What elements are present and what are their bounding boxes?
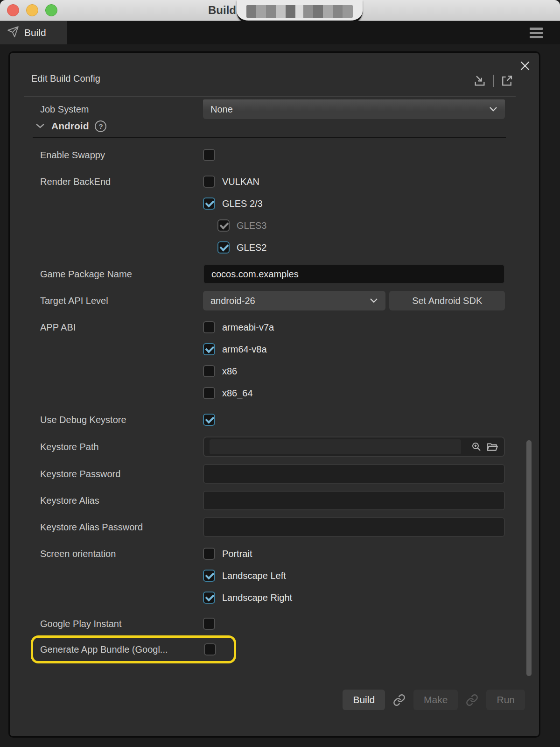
google-play-instant-label: Google Play Instant bbox=[40, 619, 203, 629]
option-arm64-v8a: arm64-v8a bbox=[203, 343, 267, 355]
row-render-backend: Render BackEnd VULKAN GLES 2/3 GLES3 bbox=[40, 176, 513, 254]
keystore-path-field bbox=[203, 437, 505, 457]
android-section-title: Android bbox=[51, 120, 89, 132]
checkbox-gles23[interactable] bbox=[203, 197, 215, 210]
render-backend-label: Render BackEnd bbox=[40, 176, 203, 188]
option-landscape-left: Landscape Left bbox=[203, 570, 286, 582]
keystore-alias-password-input[interactable] bbox=[203, 517, 505, 537]
checkbox-landscape-left[interactable] bbox=[203, 570, 215, 582]
build-button[interactable]: Build bbox=[343, 690, 385, 710]
dialog-footer: Build Make Run bbox=[343, 690, 525, 710]
keystore-alias-label: Keystore Alias bbox=[40, 495, 203, 506]
make-button[interactable]: Make bbox=[413, 690, 458, 710]
option-gles3: GLES3 bbox=[217, 219, 266, 232]
search-icon[interactable] bbox=[471, 441, 482, 452]
zoom-window-button[interactable] bbox=[45, 4, 57, 16]
option-vulkan: VULKAN bbox=[203, 176, 259, 188]
android-section-header: Android ? bbox=[35, 119, 513, 133]
checkbox-generate-app-bundle[interactable] bbox=[204, 643, 216, 655]
option-gles2: GLES2 bbox=[217, 241, 266, 254]
android-section-divider bbox=[33, 137, 506, 138]
checkbox-google-play-instant[interactable] bbox=[203, 618, 215, 630]
row-keystore-path: Keystore Path bbox=[40, 437, 513, 457]
set-android-sdk-button[interactable]: Set Android SDK bbox=[389, 291, 505, 310]
panel-tabbar: Build bbox=[0, 21, 560, 44]
header-separator bbox=[493, 75, 494, 87]
checkbox-use-debug-keystore[interactable] bbox=[203, 414, 215, 426]
tab-build-label: Build bbox=[24, 27, 46, 38]
row-google-play-instant: Google Play Instant bbox=[40, 618, 513, 630]
keystore-password-input[interactable] bbox=[203, 464, 505, 484]
folder-icon[interactable] bbox=[486, 441, 498, 452]
window-titlebar: Build bbox=[0, 0, 560, 21]
row-app-abi: APP ABI armeabi-v7a arm64-v8a x86 bbox=[40, 321, 513, 399]
checkbox-arm64-v8a[interactable] bbox=[203, 343, 215, 355]
close-window-button[interactable] bbox=[7, 4, 19, 16]
chevron-down-icon bbox=[489, 106, 497, 112]
collapse-chevron-icon[interactable] bbox=[35, 123, 45, 129]
redacted-pixels bbox=[246, 5, 353, 18]
use-debug-keystore-label: Use Debug Keystore bbox=[40, 415, 203, 425]
target-api-value: android-26 bbox=[210, 296, 255, 306]
job-system-value: None bbox=[210, 104, 233, 115]
checkbox-portrait[interactable] bbox=[203, 548, 215, 560]
option-portrait: Portrait bbox=[203, 548, 252, 560]
job-system-select[interactable]: None bbox=[203, 99, 505, 119]
dialog-title: Edit Build Config bbox=[31, 73, 100, 84]
option-armeabi-v7a: armeabi-v7a bbox=[203, 321, 274, 333]
row-keystore-alias: Keystore Alias bbox=[40, 491, 513, 510]
row-job-system: Job System None bbox=[40, 99, 513, 119]
help-icon[interactable]: ? bbox=[95, 120, 106, 132]
checkbox-vulkan[interactable] bbox=[203, 176, 215, 188]
minimize-window-button[interactable] bbox=[26, 4, 38, 16]
edit-build-config-dialog: Edit Build Config Job System bbox=[8, 51, 540, 738]
option-landscape-right: Landscape Right bbox=[203, 592, 292, 604]
dialog-header: Edit Build Config bbox=[10, 53, 539, 97]
chevron-down-icon bbox=[370, 298, 378, 303]
checkbox-x86-64[interactable] bbox=[203, 387, 215, 399]
target-api-select[interactable]: android-26 bbox=[203, 291, 385, 310]
generate-app-bundle-label: Generate App Bundle (Googl... bbox=[40, 644, 203, 655]
option-x86-64: x86_64 bbox=[203, 387, 253, 399]
redacted-project-name bbox=[237, 0, 363, 23]
checkbox-gles2[interactable] bbox=[217, 241, 230, 254]
keystore-alias-password-label: Keystore Alias Password bbox=[40, 522, 203, 533]
job-system-label: Job System bbox=[40, 104, 203, 115]
screen-orientation-label: Screen orientation bbox=[40, 548, 203, 560]
row-keystore-alias-password: Keystore Alias Password bbox=[40, 517, 513, 537]
scrollbar-thumb[interactable] bbox=[526, 440, 532, 676]
checkbox-enable-swappy[interactable] bbox=[203, 149, 215, 161]
link-icon[interactable] bbox=[393, 694, 406, 706]
row-target-api-level: Target API Level android-26 Set Android … bbox=[40, 291, 513, 310]
keystore-path-label: Keystore Path bbox=[40, 442, 203, 452]
row-screen-orientation: Screen orientation Portrait Landscape Le… bbox=[40, 548, 513, 604]
game-package-name-label: Game Package Name bbox=[40, 269, 203, 280]
highlight-annotation: Generate App Bundle (Googl... bbox=[31, 635, 236, 663]
app-abi-label: APP ABI bbox=[40, 321, 203, 333]
row-use-debug-keystore: Use Debug Keystore bbox=[40, 414, 513, 426]
window-title: Build bbox=[208, 4, 236, 17]
link-icon-disabled bbox=[466, 694, 478, 706]
keystore-password-label: Keystore Password bbox=[40, 469, 203, 479]
tab-build[interactable]: Build bbox=[0, 21, 67, 44]
keystore-alias-input[interactable] bbox=[203, 491, 505, 510]
option-gles23: GLES 2/3 bbox=[203, 197, 263, 210]
row-keystore-password: Keystore Password bbox=[40, 464, 513, 484]
paper-plane-icon bbox=[7, 26, 19, 40]
checkbox-x86[interactable] bbox=[203, 365, 215, 377]
checkbox-armeabi-v7a[interactable] bbox=[203, 321, 215, 333]
target-api-level-label: Target API Level bbox=[40, 296, 203, 306]
import-config-icon[interactable] bbox=[473, 74, 486, 88]
menu-icon[interactable] bbox=[530, 28, 543, 40]
dialog-content: Job System None Android ? Enabl bbox=[10, 97, 539, 663]
app-window: Build Build Edit Build Config bbox=[0, 0, 560, 747]
game-package-name-input[interactable] bbox=[203, 264, 505, 284]
checkbox-gles3 bbox=[217, 219, 230, 232]
enable-swappy-label: Enable Swappy bbox=[40, 150, 203, 161]
checkbox-landscape-right[interactable] bbox=[203, 592, 215, 604]
keystore-path-input[interactable] bbox=[210, 439, 461, 454]
run-button[interactable]: Run bbox=[486, 690, 525, 710]
row-enable-swappy: Enable Swappy bbox=[40, 149, 513, 161]
option-x86: x86 bbox=[203, 365, 237, 377]
export-config-icon[interactable] bbox=[500, 74, 513, 88]
